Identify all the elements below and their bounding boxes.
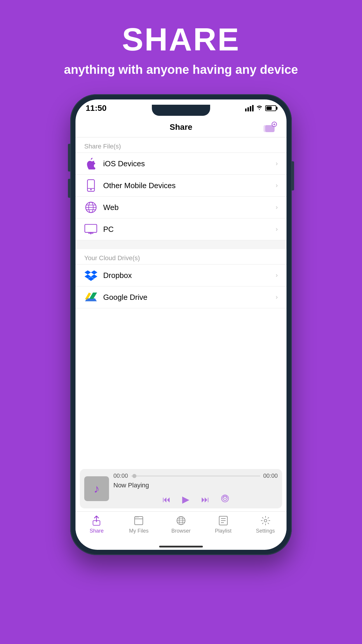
- apple-icon: [84, 157, 97, 170]
- music-note-icon: ♪: [94, 482, 100, 495]
- list-item-ios[interactable]: iOS Devices ›: [75, 153, 287, 175]
- content-spacer: [75, 308, 287, 469]
- status-time: 11:50: [86, 104, 107, 113]
- play-button[interactable]: ▶: [182, 494, 189, 505]
- svg-point-16: [224, 498, 226, 499]
- svg-point-28: [264, 519, 267, 522]
- google-drive-label: Google Drive: [103, 293, 276, 302]
- phone-content: Share File(s) iOS Devices ›: [75, 137, 287, 550]
- pc-chevron: ›: [276, 225, 278, 233]
- dropbox-chevron: ›: [276, 272, 278, 279]
- list-item-other-mobile[interactable]: Other Mobile Devices ›: [75, 175, 287, 197]
- media-thumbnail: ♪: [84, 476, 109, 501]
- tab-item-my-files[interactable]: My Files: [118, 515, 160, 534]
- ios-devices-label: iOS Devices: [103, 159, 276, 168]
- fast-forward-button[interactable]: ⏭: [201, 495, 209, 504]
- nav-title: Share: [170, 123, 192, 132]
- web-chevron: ›: [276, 204, 278, 211]
- my-files-tab-label: My Files: [129, 528, 149, 534]
- media-time-row: 00:00 00:00: [113, 473, 278, 479]
- phone-icon: [84, 179, 97, 192]
- media-controls: ⏮ ▶ ⏭: [113, 494, 278, 505]
- header-title: SHARE: [64, 23, 298, 55]
- svg-rect-11: [85, 224, 97, 232]
- volume-up-button: [68, 153, 70, 172]
- notch: [152, 105, 210, 116]
- globe-icon: [84, 201, 97, 214]
- playlist-tab-label: Playlist: [215, 528, 231, 534]
- settings-tab-icon: [260, 515, 271, 526]
- media-now-playing: Now Playing: [113, 482, 278, 489]
- media-time-end: 00:00: [263, 473, 278, 479]
- rewind-button[interactable]: ⏮: [162, 495, 171, 504]
- cloud-drives-header: Your Cloud Drive(s): [75, 249, 287, 264]
- home-indicator: [75, 543, 287, 550]
- phone-mockup: 11:50: [70, 94, 292, 555]
- settings-tab-label: Settings: [256, 528, 275, 534]
- dropbox-icon: [84, 269, 97, 282]
- tab-item-playlist[interactable]: Playlist: [202, 515, 244, 534]
- media-player: ♪ 00:00 00:00 Now Playing: [80, 469, 282, 508]
- share-files-header: Share File(s): [75, 137, 287, 153]
- media-time-start: 00:00: [113, 473, 128, 479]
- list-item-web[interactable]: Web ›: [75, 197, 287, 218]
- google-drive-icon: [84, 291, 97, 304]
- progress-thumb: [132, 474, 136, 478]
- airplay-button[interactable]: [221, 494, 229, 505]
- phone-screen: 11:50: [75, 99, 287, 550]
- header-section: SHARE anything with anyone having any de…: [64, 0, 298, 91]
- signal-icon: [245, 105, 254, 111]
- cloud-drives-list: Dropbox › Google D: [75, 265, 287, 308]
- home-bar: [159, 546, 203, 547]
- wifi-icon: [256, 104, 263, 112]
- svg-point-4: [90, 189, 92, 190]
- ios-chevron: ›: [276, 160, 278, 167]
- media-info: 00:00 00:00 Now Playing ⏮ ▶ ⏭: [113, 473, 278, 505]
- share-tab-label: Share: [89, 528, 103, 534]
- list-item-google-drive[interactable]: Google Drive ›: [75, 286, 287, 308]
- section-spacer: [75, 240, 287, 249]
- share-files-list: iOS Devices › Other Mobile Devices: [75, 153, 287, 240]
- list-item-pc[interactable]: PC ›: [75, 218, 287, 240]
- media-progress-bar[interactable]: [131, 475, 260, 477]
- playlist-tab-icon: [218, 515, 229, 526]
- dropbox-label: Dropbox: [103, 271, 276, 280]
- battery-icon: [265, 105, 276, 111]
- my-files-tab-icon: [133, 515, 144, 526]
- web-label: Web: [103, 203, 276, 212]
- pc-icon: [84, 223, 97, 236]
- cloud-save-icon[interactable]: [263, 121, 278, 133]
- media-top: ♪ 00:00 00:00 Now Playing: [84, 473, 278, 505]
- power-button: [292, 161, 294, 190]
- pc-label: PC: [103, 225, 276, 234]
- tab-item-settings[interactable]: Settings: [244, 515, 287, 534]
- share-tab-icon: [91, 515, 102, 526]
- tab-item-browser[interactable]: Browser: [160, 515, 202, 534]
- other-mobile-label: Other Mobile Devices: [103, 181, 276, 190]
- google-drive-chevron: ›: [276, 293, 278, 301]
- volume-down-button: [68, 179, 70, 198]
- tab-item-share[interactable]: Share: [75, 515, 118, 534]
- browser-tab-icon: [175, 515, 187, 526]
- list-item-dropbox[interactable]: Dropbox ›: [75, 265, 287, 286]
- browser-tab-label: Browser: [171, 528, 191, 534]
- other-mobile-chevron: ›: [276, 182, 278, 189]
- phone-frame: 11:50: [70, 94, 292, 555]
- header-subtitle: anything with anyone having any device: [64, 63, 298, 77]
- status-icons: [245, 104, 276, 112]
- svg-rect-18: [135, 517, 143, 525]
- nav-bar: Share: [75, 117, 287, 137]
- tab-bar: Share My Files: [75, 511, 287, 543]
